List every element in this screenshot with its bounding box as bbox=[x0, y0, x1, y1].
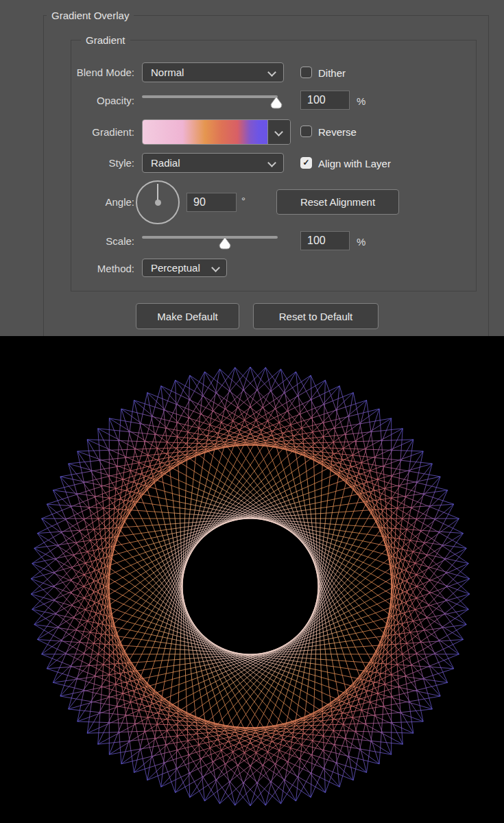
gradient-picker[interactable] bbox=[142, 119, 291, 145]
scale-slider-track[interactable] bbox=[142, 236, 278, 239]
angle-label: Angle: bbox=[105, 196, 134, 208]
opacity-unit: % bbox=[357, 95, 365, 107]
opacity-slider-thumb[interactable] bbox=[269, 96, 283, 110]
style-label: Style: bbox=[108, 157, 134, 169]
method-value: Perceptual bbox=[151, 262, 200, 274]
dither-checkbox[interactable] bbox=[300, 67, 312, 78]
chevron-down-icon bbox=[211, 263, 220, 272]
spirograph-pattern bbox=[0, 336, 504, 823]
dither-label: Dither bbox=[318, 67, 346, 79]
chevron-down-icon bbox=[267, 68, 276, 77]
blend-mode-select[interactable]: Normal bbox=[142, 62, 284, 82]
style-value: Radial bbox=[151, 157, 180, 169]
scale-input[interactable] bbox=[300, 231, 350, 250]
opacity-slider-track[interactable] bbox=[142, 95, 278, 98]
method-select[interactable]: Perceptual bbox=[142, 259, 227, 277]
angle-unit: ° bbox=[241, 195, 245, 206]
reset-to-default-button[interactable]: Reset to Default bbox=[253, 303, 379, 329]
align-with-layer-label: Align with Layer bbox=[318, 158, 391, 169]
gradient-overlay-title: Gradient Overlay bbox=[47, 10, 134, 21]
make-default-button[interactable]: Make Default bbox=[136, 303, 239, 329]
reverse-label: Reverse bbox=[318, 126, 357, 138]
angle-input[interactable] bbox=[187, 193, 237, 212]
blend-mode-value: Normal bbox=[151, 67, 184, 78]
gradient-group-title: Gradient bbox=[81, 34, 130, 46]
chevron-down-icon bbox=[274, 128, 283, 136]
reverse-checkbox[interactable] bbox=[300, 126, 312, 137]
scale-slider-thumb[interactable] bbox=[218, 237, 232, 250]
method-label: Method: bbox=[97, 263, 134, 274]
angle-dial-center-dot bbox=[155, 200, 161, 206]
angle-dial[interactable] bbox=[136, 180, 180, 224]
scale-unit: % bbox=[357, 236, 365, 248]
style-select[interactable]: Radial bbox=[142, 153, 284, 173]
document-canvas[interactable] bbox=[0, 336, 504, 823]
gradient-picker-arrow[interactable] bbox=[267, 120, 290, 144]
reset-alignment-button[interactable]: Reset Alignment bbox=[276, 189, 399, 215]
scale-label: Scale: bbox=[106, 235, 134, 247]
chevron-down-icon bbox=[267, 158, 276, 167]
align-with-layer-checkbox[interactable]: ✓ bbox=[300, 157, 312, 169]
blend-mode-label: Blend Mode: bbox=[77, 67, 134, 78]
opacity-label: Opacity: bbox=[97, 95, 134, 106]
gradient-preview[interactable] bbox=[143, 120, 267, 144]
opacity-input[interactable] bbox=[300, 91, 350, 110]
gradient-overlay-panel: Gradient Overlay Gradient Blend Mode: No… bbox=[0, 0, 504, 336]
gradient-label: Gradient: bbox=[92, 126, 134, 138]
